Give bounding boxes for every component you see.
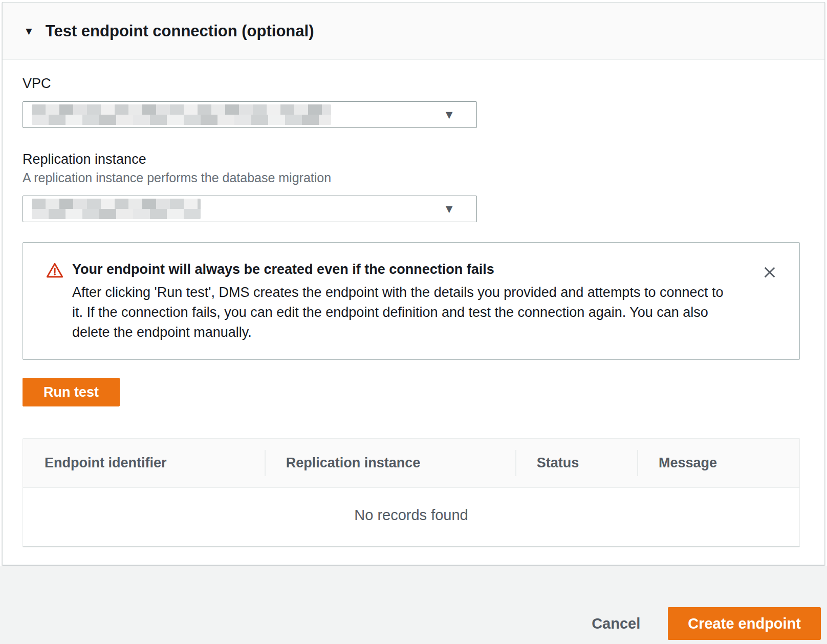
run-test-button[interactable]: Run test	[23, 378, 120, 406]
connection-results-table: Endpoint identifier Replication instance…	[23, 438, 800, 547]
form-footer-actions: Cancel Create endpoint	[0, 566, 827, 644]
cancel-button[interactable]: Cancel	[592, 607, 640, 640]
vpc-label: VPC	[23, 76, 804, 91]
warning-triangle-icon	[46, 261, 63, 359]
column-header-endpoint-identifier: Endpoint identifier	[23, 439, 265, 487]
test-endpoint-connection-panel: ▼ Test endpoint connection (optional) VP…	[2, 2, 825, 565]
warning-alert-title: Your endpoint will always be created eve…	[72, 261, 737, 278]
replication-instance-selected-value-redacted	[32, 199, 201, 219]
table-empty-message: No records found	[23, 488, 799, 546]
column-header-replication-instance: Replication instance	[265, 439, 515, 487]
section-title: Test endpoint connection (optional)	[46, 22, 314, 40]
warning-alert-body: After clicking 'Run test', DMS creates t…	[72, 283, 737, 342]
replication-instance-description: A replication instance performs the data…	[23, 170, 804, 185]
warning-alert: Your endpoint will always be created eve…	[23, 242, 800, 360]
caret-down-icon: ▼	[24, 26, 34, 36]
close-icon[interactable]	[761, 264, 778, 281]
replication-instance-select[interactable]: ▼	[23, 196, 477, 222]
section-body: VPC ▼ Replication instance A replication…	[3, 60, 824, 547]
warning-alert-content: Your endpoint will always be created eve…	[72, 261, 737, 359]
dropdown-caret-icon: ▼	[443, 203, 455, 215]
vpc-selected-value-redacted	[32, 104, 331, 125]
create-endpoint-button[interactable]: Create endpoint	[668, 607, 821, 640]
vpc-select[interactable]: ▼	[23, 101, 477, 128]
table-header-row: Endpoint identifier Replication instance…	[23, 439, 799, 488]
section-header-test-endpoint-connection[interactable]: ▼ Test endpoint connection (optional)	[3, 3, 824, 60]
column-header-message: Message	[637, 439, 799, 487]
replication-instance-label: Replication instance	[23, 152, 804, 167]
dropdown-caret-icon: ▼	[443, 109, 455, 121]
column-header-status: Status	[515, 439, 637, 487]
